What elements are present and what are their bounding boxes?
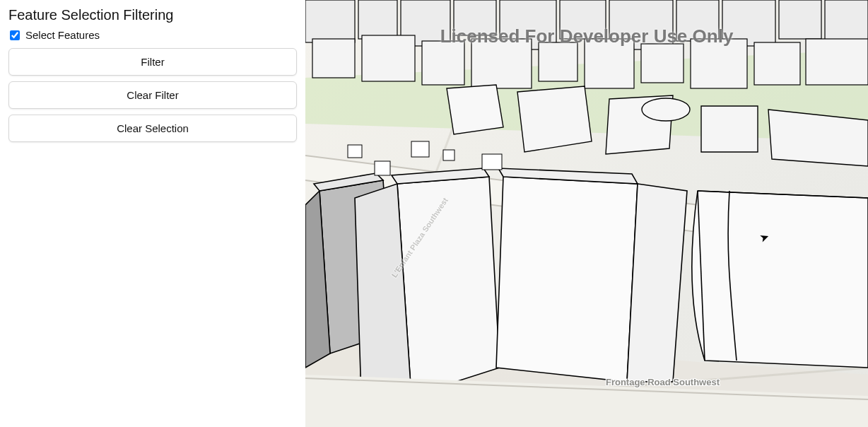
svg-rect-21 [471,39,532,88]
svg-rect-25 [691,39,747,88]
app-root: Feature Selection Filtering Select Featu… [0,0,868,427]
scene-svg [305,0,868,427]
svg-rect-16 [779,0,821,39]
svg-rect-44 [411,141,429,157]
clear-selection-button[interactable]: Clear Selection [8,115,297,142]
svg-rect-23 [585,39,634,88]
svg-marker-40 [496,177,638,382]
svg-marker-29 [517,86,592,152]
svg-rect-14 [676,0,719,41]
svg-marker-28 [447,85,503,134]
filter-button[interactable]: Filter [8,48,297,76]
svg-rect-12 [560,0,606,39]
svg-rect-45 [348,145,362,158]
svg-rect-22 [539,42,577,81]
svg-rect-24 [641,44,684,83]
svg-rect-18 [312,39,355,78]
svg-point-31 [642,98,690,121]
svg-marker-32 [701,106,758,152]
svg-rect-10 [454,0,496,35]
svg-rect-48 [482,154,502,170]
svg-rect-26 [754,42,800,85]
svg-rect-7 [305,0,355,42]
svg-rect-19 [362,35,415,81]
svg-rect-17 [825,0,868,42]
svg-rect-20 [422,41,464,85]
sidebar-panel: Feature Selection Filtering Select Featu… [0,0,305,427]
svg-rect-8 [358,0,397,39]
svg-rect-47 [375,161,390,175]
svg-rect-27 [806,39,868,85]
select-features-row[interactable]: Select Features [8,29,297,41]
svg-marker-37 [397,177,500,396]
svg-rect-46 [443,150,454,160]
panel-title: Feature Selection Filtering [8,7,297,23]
map-3d-scene[interactable]: Licensed For Developer Use Only Frontage… [305,0,868,427]
svg-marker-41 [627,184,687,382]
select-features-label[interactable]: Select Features [25,29,100,41]
clear-filter-button[interactable]: Clear Filter [8,81,297,109]
select-features-checkbox[interactable] [10,30,20,40]
